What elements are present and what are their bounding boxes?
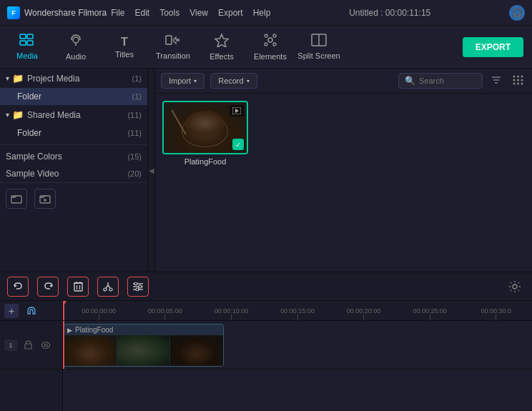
toolbar-item-media[interactable]: Media — [3, 26, 51, 68]
import-dropdown[interactable]: Import ▾ — [161, 73, 205, 89]
media-item-platingfood[interactable]: ✓ PlatingFood — [162, 101, 248, 166]
clip-name: PlatingFood — [75, 326, 113, 334]
transition-label: Transition — [156, 51, 190, 60]
track-visibility-icon[interactable] — [39, 338, 53, 352]
track-lock-icon[interactable] — [21, 338, 35, 352]
undo-button[interactable] — [7, 277, 29, 297]
headphone-icon[interactable]: 🎧 — [509, 5, 525, 21]
export-button[interactable]: EXPORT — [463, 37, 523, 57]
import-chevron-icon: ▾ — [194, 78, 197, 84]
transition-icon — [165, 34, 181, 50]
elements-label: Elements — [254, 52, 287, 61]
svg-rect-53 — [25, 344, 31, 349]
import-label: Import — [169, 76, 191, 85]
sidebar-item-sample-video[interactable]: Sample Video (20) — [0, 165, 147, 182]
sidebar-section-project-media[interactable]: ▾ 📁 Project Media (1) — [0, 69, 147, 88]
toolbar-item-audio[interactable]: Audio — [51, 26, 100, 68]
app-logo: F — [7, 6, 20, 19]
ruler-label-3: 00:00:15:00 — [280, 307, 315, 315]
menu-help[interactable]: Help — [253, 8, 271, 18]
ruler-tick-2 — [231, 315, 232, 320]
record-dropdown[interactable]: Record ▾ — [210, 73, 257, 89]
playhead-triangle — [63, 301, 66, 307]
ruler-label-0: 00:00:00:00 — [82, 307, 117, 315]
clip-play-icon: ▶ — [67, 327, 72, 334]
svg-point-52 — [513, 284, 517, 289]
ruler-label-4: 00:00:20:00 — [347, 307, 381, 315]
ruler-label-5: 00:00:25:00 — [413, 307, 447, 315]
redo-button[interactable] — [37, 277, 59, 297]
import-folder-button[interactable] — [6, 189, 27, 209]
add-track-button[interactable]: + — [4, 304, 19, 318]
sidebar-section-shared-media[interactable]: ▾ 📁 Shared Media (11) — [0, 105, 147, 124]
selected-check-icon: ✓ — [232, 139, 244, 150]
sidebar-item-shared-folder[interactable]: Folder (11) — [0, 124, 147, 142]
adjust-button[interactable] — [127, 277, 149, 297]
toolbar-item-titles[interactable]: T Titles — [100, 26, 149, 68]
elements-icon — [263, 33, 277, 51]
svg-point-50 — [139, 285, 142, 288]
sidebar-collapse-handle[interactable]: ◀ — [148, 69, 155, 272]
timeline-left-controls: + — [0, 301, 63, 320]
timeline-ruler-scale: 00:00:00:00 00:00:05:00 00:00:10:00 00:0… — [63, 301, 532, 320]
filter-icon[interactable] — [488, 74, 504, 88]
menu-edit[interactable]: Edit — [135, 8, 150, 18]
svg-rect-1 — [27, 34, 33, 39]
menu-view[interactable]: View — [189, 8, 208, 18]
menu-export[interactable]: Export — [218, 8, 243, 18]
timeline-area: + 00:00:00:00 00:00:05:00 00:00 — [0, 272, 532, 411]
project-media-count: (1) — [132, 74, 142, 83]
toolbar-item-elements[interactable]: Elements — [246, 26, 295, 68]
ruler-mark-1: 00:00:05:00 — [132, 307, 199, 320]
sidebar-item-sample-colors[interactable]: Sample Colors (15) — [0, 148, 147, 165]
search-input[interactable] — [419, 76, 476, 85]
media-panel: Import ▾ Record ▾ 🔍 — [155, 69, 532, 272]
menu-tools[interactable]: Tools — [159, 8, 179, 18]
media-grid: ✓ PlatingFood — [155, 94, 532, 272]
ruler-tick-1 — [164, 315, 165, 320]
ruler-mark-0: 00:00:00:00 — [66, 307, 132, 320]
food-visual — [185, 111, 225, 136]
sample-video-label: Sample Video — [6, 169, 59, 179]
svg-point-8 — [268, 38, 272, 42]
ruler-tick-4 — [363, 315, 364, 320]
shared-media-count: (11) — [127, 111, 142, 119]
svg-point-28 — [513, 82, 516, 84]
toolbar-item-splitscreen[interactable]: Split Screen — [295, 26, 343, 68]
track-controls: 1 — [0, 321, 63, 411]
sample-video-count: (20) — [127, 169, 142, 178]
project-folder-count: (1) — [132, 92, 142, 101]
svg-rect-3 — [27, 41, 33, 45]
svg-point-23 — [517, 75, 519, 77]
grid-view-icon[interactable] — [510, 74, 526, 89]
cut-button[interactable] — [97, 277, 119, 297]
playhead-line — [63, 321, 64, 369]
project-folder-label: Folder — [17, 91, 41, 101]
shared-media-label: Shared Media — [27, 110, 81, 120]
svg-point-41 — [104, 288, 107, 291]
search-bar: 🔍 — [398, 73, 483, 89]
sidebar-item-project-folder[interactable]: Folder (1) — [0, 88, 147, 105]
svg-marker-33 — [14, 284, 17, 287]
menu-file[interactable]: File — [111, 8, 124, 18]
svg-point-24 — [521, 75, 523, 77]
video-clip[interactable]: ▶ PlatingFood — [63, 324, 224, 367]
timeline-settings-button[interactable] — [505, 277, 525, 297]
svg-rect-2 — [20, 41, 26, 45]
delete-button[interactable] — [67, 277, 89, 297]
media-item-label: PlatingFood — [184, 157, 227, 166]
main-content: ▾ 📁 Project Media (1) Folder (1) ▾ 📁 Sha… — [0, 69, 532, 272]
magnet-icon[interactable] — [24, 304, 39, 318]
titles-label: Titles — [115, 50, 134, 59]
new-folder-button[interactable] — [34, 189, 56, 209]
titles-icon: T — [121, 36, 128, 49]
track-number-badge: 1 — [4, 340, 17, 351]
svg-point-54 — [44, 344, 47, 347]
splitscreen-label: Split Screen — [297, 51, 340, 60]
toolbar-item-transition[interactable]: Transition — [149, 26, 197, 68]
record-label: Record — [218, 76, 243, 85]
toolbar-item-effects[interactable]: Effects — [197, 26, 246, 68]
video-track-controls: 1 — [0, 321, 62, 370]
shared-folder-count: (11) — [127, 129, 142, 137]
svg-point-9 — [265, 34, 267, 37]
